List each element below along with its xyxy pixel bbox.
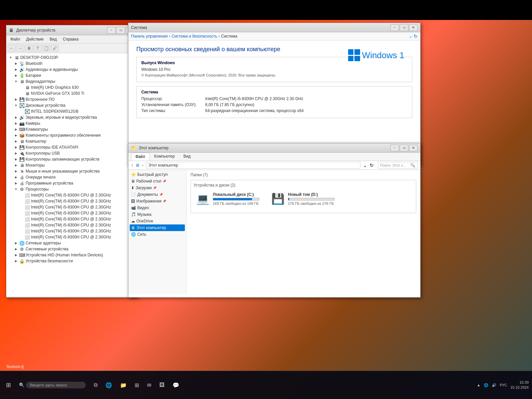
- tree-item[interactable]: ▶📷Камеры: [8, 120, 136, 126]
- teams-button[interactable]: 💬: [170, 381, 182, 390]
- tree-item[interactable]: 🖥NVIDIA GeForce GTX 1050 Ti: [8, 90, 136, 96]
- sidebar-item[interactable]: 📄Документы📌: [130, 191, 185, 198]
- tree-item[interactable]: ▶📦Компоненты программного обеспечения: [8, 132, 136, 138]
- tree-item[interactable]: ▶⌨Клавиатуры: [8, 126, 136, 132]
- address-bar[interactable]: Этот компьютер: [146, 162, 360, 169]
- tree-item[interactable]: ⬜Intel(R) Core(TM) i5-8300H CPU @ 2.30GH…: [8, 210, 136, 216]
- search-bar[interactable]: 🔍 Введите здесь запрос: [16, 380, 88, 390]
- tree-item[interactable]: ▶💾Встроенное ПО: [8, 96, 136, 102]
- tree-expand-icon[interactable]: ▶: [14, 121, 18, 126]
- tree-item[interactable]: ▶🖨Программные устройства: [8, 180, 136, 186]
- tree-expand-icon[interactable]: ▶: [14, 139, 18, 144]
- system-clock[interactable]: 15:39 15.10.2024: [510, 380, 529, 390]
- sidebar-item[interactable]: ⬇Загрузки📌: [130, 185, 185, 191]
- tree-expand-icon[interactable]: ▶: [14, 127, 18, 132]
- sysinfo-titlebar[interactable]: Система − ▭ ✕: [128, 23, 420, 32]
- device-manager-titlebar[interactable]: 🖥 Диспетчер устройств − ▭ ✕: [6, 25, 137, 35]
- mail-button[interactable]: ✉: [144, 381, 154, 390]
- tree-expand-icon[interactable]: ▼: [14, 187, 18, 192]
- tree-expand-icon[interactable]: ▶: [14, 157, 18, 162]
- tree-item[interactable]: ⬜Intel(R) Core(TM) i5-8300H CPU @ 2.30GH…: [8, 228, 136, 234]
- sidebar-item[interactable]: ☁OneDrive: [130, 218, 185, 224]
- menu-file[interactable]: Файл: [8, 36, 23, 43]
- toolbar-back[interactable]: ←: [8, 45, 16, 52]
- tree-expand-icon[interactable]: ▶: [14, 73, 18, 78]
- tree-item[interactable]: ⬜Intel(R) Core(TM) i5-8300H CPU @ 2.30GH…: [8, 192, 136, 198]
- sidebar-item[interactable]: 🖼Изображения📌: [130, 198, 185, 204]
- tree-item[interactable]: ▶💾Контроллеры IDE ATA/ATAPI: [8, 144, 136, 150]
- tree-expand-icon[interactable]: ▶: [14, 175, 18, 180]
- toolbar-properties[interactable]: 📋: [42, 45, 50, 52]
- tab-file[interactable]: Файл: [131, 153, 150, 161]
- sidebar-item[interactable]: 📹Видео: [130, 204, 185, 211]
- tree-expand-icon[interactable]: ▶: [14, 241, 18, 245]
- tree-expand-icon[interactable]: ▶: [14, 133, 18, 138]
- sidebar-item[interactable]: 🖥Этот компьютер: [130, 224, 185, 231]
- tree-item[interactable]: ▶🖥Мониторы: [8, 162, 136, 168]
- tree-item[interactable]: ▶💾Контроллеры запоминающих устройств: [8, 156, 136, 162]
- explorer-close[interactable]: ✕: [409, 145, 418, 151]
- taskview-button[interactable]: ⧉: [91, 381, 100, 389]
- menu-action[interactable]: Действие: [24, 36, 47, 43]
- tree-item[interactable]: ▶🔊Звуковые, игровые и видеоустройства: [8, 114, 136, 120]
- tree-item[interactable]: 💽INTEL SSDPEKNW512GB: [8, 108, 136, 114]
- address-refresh[interactable]: ↻: [370, 163, 374, 168]
- tree-expand-icon[interactable]: ▶: [14, 247, 18, 251]
- explorer-minimize[interactable]: −: [390, 145, 399, 151]
- sysinfo-close[interactable]: ✕: [409, 24, 418, 31]
- refresh-button[interactable]: ↻: [414, 34, 418, 39]
- tree-item[interactable]: ▶🌐Сетевые адаптеры: [8, 240, 136, 246]
- tree-expand-icon[interactable]: ▶: [14, 169, 18, 174]
- volume-icon[interactable]: 🔊: [492, 383, 496, 387]
- explorer-titlebar[interactable]: 📁 Этот компьютер − ▭ ✕: [128, 143, 420, 153]
- start-button[interactable]: ⊞: [3, 380, 14, 390]
- tree-item[interactable]: ▶🔒Устройства безопасности: [8, 258, 136, 264]
- tree-item[interactable]: ▶⌨Устройства HID (Human Interface Device…: [8, 252, 136, 258]
- tree-item[interactable]: ▼🖥DESKTOP-O9OJ10P: [8, 55, 136, 61]
- language-indicator[interactable]: РУС: [500, 383, 507, 387]
- tree-expand-icon[interactable]: ▶: [14, 145, 18, 150]
- store-button[interactable]: ⊞: [132, 381, 142, 390]
- tree-item[interactable]: ⬜Intel(R) Core(TM) i5-8300H CPU @ 2.30GH…: [8, 198, 136, 204]
- explorer-maximize[interactable]: ▭: [400, 145, 408, 151]
- search-box[interactable]: Поиск: Этот к... 🔍: [378, 162, 418, 169]
- tree-item[interactable]: ▶🔌Контроллеры USB: [8, 150, 136, 156]
- tree-item[interactable]: ▶🖨Очереди печати: [8, 174, 136, 180]
- tree-expand-icon[interactable]: ▼: [14, 79, 18, 84]
- edge-button[interactable]: 🌐: [103, 381, 115, 390]
- tree-item[interactable]: ⬜Intel(R) Core(TM) i5-8300H CPU @ 2.30GH…: [8, 222, 136, 228]
- minimize-button[interactable]: −: [107, 27, 116, 34]
- tree-expand-icon[interactable]: ▶: [14, 67, 18, 72]
- tree-item[interactable]: ▶📡Bluetooth: [8, 61, 136, 66]
- tree-expand-icon[interactable]: ▼: [8, 55, 13, 60]
- toolbar-update[interactable]: 🖊: [51, 45, 59, 52]
- search-input[interactable]: Введите здесь запрос: [26, 382, 86, 388]
- tree-item[interactable]: ▶🔊Аудиовходы и аудиовыходы: [8, 66, 136, 72]
- menu-view[interactable]: Вид: [47, 36, 60, 43]
- sysinfo-maximize[interactable]: ▭: [400, 24, 408, 31]
- tree-expand-icon[interactable]: ▼: [14, 103, 18, 108]
- tree-item[interactable]: ⬜Intel(R) Core(TM) i5-8300H CPU @ 2.30GH…: [8, 204, 136, 210]
- breadcrumb-system[interactable]: Система: [221, 34, 237, 39]
- tree-item[interactable]: ▶🔋Батареи: [8, 72, 136, 78]
- toolbar-forward[interactable]: →: [16, 45, 24, 52]
- tree-item[interactable]: ▶⚙Системные устройства: [8, 246, 136, 252]
- network-icon[interactable]: 🌐: [484, 383, 488, 387]
- menu-help[interactable]: Справка: [60, 36, 81, 43]
- sidebar-item[interactable]: 🎵Музыка: [130, 211, 185, 218]
- sidebar-item[interactable]: ⭐Быстрый доступ: [130, 171, 185, 178]
- address-dropdown[interactable]: ⌄: [363, 163, 367, 168]
- tree-item[interactable]: ⬜Intel(R) Core(TM) i5-8300H CPU @ 2.30GH…: [8, 234, 136, 240]
- nav-home[interactable]: ⊞: [136, 163, 139, 168]
- toolbar-help[interactable]: ?: [34, 45, 42, 52]
- sidebar-item[interactable]: 🌐Сеть: [130, 231, 185, 238]
- tree-item[interactable]: ▼⚙Процессоры: [8, 186, 136, 192]
- breadcrumb-control-panel[interactable]: Панель управления: [131, 34, 168, 39]
- photos-button[interactable]: 🖼: [157, 381, 167, 389]
- tree-expand-icon[interactable]: ▶: [14, 97, 18, 102]
- toolbar-computer[interactable]: 🖥: [25, 45, 33, 52]
- drive-item[interactable]: 💻Локальный диск (C:)169 ГБ свободно из 1…: [194, 190, 262, 207]
- nav-up[interactable]: ↑: [131, 163, 133, 168]
- sidebar-item[interactable]: 🖥Рабочий стол📌: [130, 178, 185, 185]
- breadcrumb-dropdown[interactable]: ⌄: [409, 34, 412, 39]
